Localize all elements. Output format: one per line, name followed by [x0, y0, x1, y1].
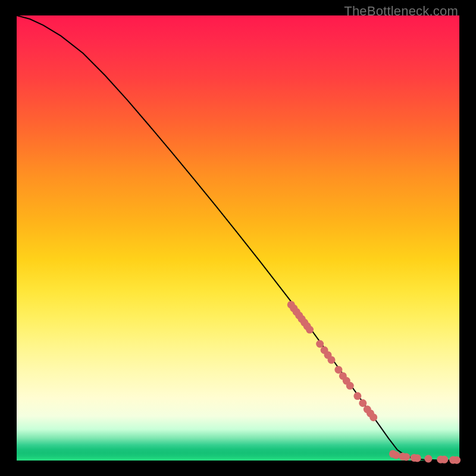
- chart-svg: [0, 0, 476, 476]
- chart-container: TheBottleneck.com: [0, 0, 476, 476]
- data-point-marker: [453, 456, 461, 464]
- data-point-marker: [306, 326, 314, 334]
- data-point-marker: [402, 453, 410, 461]
- data-point-marker: [392, 452, 400, 459]
- data-point-marker: [369, 414, 377, 421]
- data-point-marker: [359, 399, 367, 407]
- data-point-marker: [346, 382, 354, 390]
- data-point-marker: [414, 454, 421, 462]
- data-point-marker: [327, 356, 335, 364]
- bottleneck-curve: [17, 15, 459, 461]
- data-point-marker: [353, 392, 361, 400]
- marker-series: [287, 301, 461, 464]
- data-point-marker: [334, 366, 342, 374]
- data-point-marker: [424, 455, 432, 463]
- data-point-marker: [440, 456, 448, 464]
- data-point-marker: [316, 340, 324, 348]
